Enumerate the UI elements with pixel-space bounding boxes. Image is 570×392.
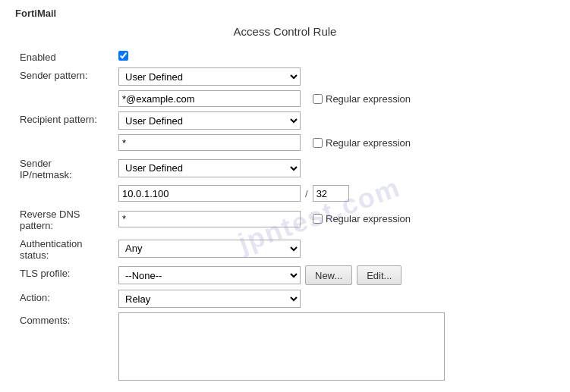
reverse-dns-input-cell: Regular expression	[114, 204, 555, 234]
recipient-regex-checkbox[interactable]	[313, 138, 323, 148]
sender-ip-label: SenderIP/netmask:	[15, 153, 114, 183]
sender-ip-input-cell: /	[114, 183, 555, 204]
slash-divider: /	[305, 188, 308, 199]
sender-netmask-input[interactable]	[313, 185, 349, 202]
recipient-pattern-input[interactable]	[118, 134, 301, 151]
sender-ip-select[interactable]: User Defined	[118, 159, 301, 177]
action-select-cell: Relay	[114, 287, 555, 310]
enabled-label: Enabled	[15, 49, 114, 65]
sender-ip-input-group: /	[118, 185, 550, 202]
reverse-dns-label: Reverse DNSpattern:	[15, 204, 114, 234]
sender-regex-label: Regular expression	[313, 93, 411, 105]
recipient-pattern-select[interactable]: User Defined	[118, 111, 301, 130]
reverse-dns-regex-checkbox[interactable]	[313, 214, 323, 224]
footer-buttons: Create Cancel	[15, 385, 555, 392]
sender-pattern-spacer	[15, 88, 114, 109]
recipient-pattern-spacer	[15, 132, 114, 153]
enabled-checkbox[interactable]	[118, 51, 128, 61]
auth-status-select-cell: Any	[114, 234, 555, 263]
sender-regex-checkbox[interactable]	[313, 94, 323, 104]
sender-pattern-input-group: Regular expression	[118, 90, 550, 107]
sender-pattern-input-cell: Regular expression	[114, 88, 555, 109]
recipient-pattern-input-group: Regular expression	[118, 134, 550, 151]
enabled-cell	[114, 49, 555, 65]
comments-cell	[114, 310, 555, 385]
comments-label: Comments:	[15, 310, 114, 385]
action-select[interactable]: Relay	[118, 290, 301, 308]
recipient-pattern-input-cell: Regular expression	[114, 132, 555, 153]
reverse-dns-input[interactable]	[118, 211, 301, 227]
app-title: FortiMail	[15, 8, 555, 19]
recipient-pattern-label: Recipient pattern:	[15, 109, 114, 132]
tls-profile-select[interactable]: --None--	[118, 266, 301, 284]
sender-pattern-label: Sender pattern:	[15, 65, 114, 88]
edit-button[interactable]: Edit...	[357, 265, 402, 285]
auth-status-select[interactable]: Any	[118, 240, 301, 258]
form-table: Enabled Sender pattern: User Defined	[15, 49, 555, 385]
tls-profile-cell: --None-- New... Edit...	[114, 263, 555, 287]
sender-pattern-select[interactable]: User Defined	[118, 67, 301, 86]
action-label: Action:	[15, 287, 114, 310]
tls-profile-group: --None-- New... Edit...	[118, 265, 550, 285]
sender-ip-input[interactable]	[118, 185, 301, 202]
sender-pattern-input[interactable]	[118, 90, 301, 107]
new-button[interactable]: New...	[305, 265, 352, 285]
recipient-regex-label: Regular expression	[313, 137, 411, 149]
recipient-pattern-select-cell: User Defined	[114, 109, 555, 132]
comments-textarea[interactable]	[118, 312, 445, 381]
reverse-dns-regex-label: Regular expression	[313, 213, 411, 224]
tls-profile-label: TLS profile:	[15, 263, 114, 287]
page-title: Access Control Rule	[15, 25, 555, 38]
sender-pattern-select-cell: User Defined	[114, 65, 555, 88]
app-container: jpntest.com FortiMail Access Control Rul…	[0, 0, 570, 392]
auth-status-label: Authenticationstatus:	[15, 234, 114, 263]
reverse-dns-input-group: Regular expression	[118, 211, 550, 227]
sender-ip-spacer	[15, 183, 114, 204]
sender-ip-select-cell: User Defined	[114, 153, 555, 183]
